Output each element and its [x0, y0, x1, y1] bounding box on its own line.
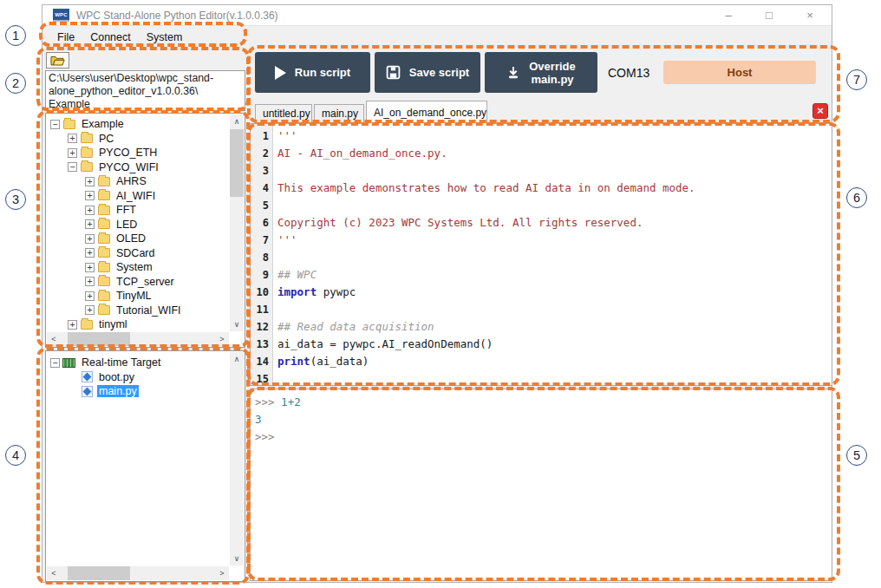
download-icon: [506, 65, 520, 80]
expander-plus-icon[interactable]: +: [85, 219, 95, 229]
expander-plus-icon[interactable]: +: [85, 305, 95, 315]
scroll-down-icon[interactable]: ∨: [230, 317, 244, 331]
tree-item-ahrs[interactable]: +AHRS: [46, 174, 245, 189]
tree-item-led[interactable]: +LED: [46, 218, 245, 232]
tree-item-sdcard[interactable]: +SDCard: [46, 246, 245, 261]
code-line: ''': [277, 232, 832, 249]
tree-item-tinyml[interactable]: +TinyML: [46, 289, 245, 304]
app-window: WPC WPC Stand-Alone Python Editor(v.1.0.…: [42, 4, 832, 583]
scrollbar-thumb[interactable]: [68, 566, 130, 580]
tab-ai_on_demand_once.py[interactable]: AI_on_demand_once.py: [366, 101, 487, 124]
line-number: 1: [251, 127, 272, 145]
line-number: 6: [251, 214, 272, 232]
folder-icon: [98, 305, 110, 315]
expander-plus-icon[interactable]: +: [68, 134, 77, 143]
host-mode-button[interactable]: Host: [663, 61, 816, 84]
tree-item-real-time target[interactable]: −Real-time Target: [46, 356, 245, 370]
expander-minus-icon[interactable]: −: [50, 120, 60, 129]
tree-item-example[interactable]: −Example: [46, 117, 245, 132]
file-tree-vertical-scrollbar[interactable]: ∧ ∨: [230, 114, 244, 331]
run-script-label: Run script: [295, 66, 350, 79]
scrollbar-thumb[interactable]: [68, 332, 130, 346]
file-tree-item-label: LED: [114, 219, 139, 231]
tree-item-boot.py[interactable]: boot.py: [46, 370, 245, 385]
expander-plus-icon[interactable]: +: [85, 206, 95, 215]
scroll-left-icon[interactable]: <: [47, 332, 61, 346]
folder-icon: [98, 263, 110, 272]
menu-item-connect[interactable]: Connect: [82, 29, 139, 46]
expander-plus-icon[interactable]: +: [68, 320, 77, 330]
expander-plus-icon[interactable]: +: [85, 277, 95, 286]
open-folder-icon: [50, 55, 65, 66]
file-tree-horizontal-scrollbar[interactable]: < >: [47, 332, 229, 346]
tree-item-tinyml[interactable]: +tinyml: [46, 317, 245, 332]
window-controls: – □ ×: [715, 6, 823, 25]
tree-item-pyco_eth[interactable]: +PYCO_ETH: [46, 146, 245, 160]
expander-plus-icon[interactable]: +: [85, 177, 95, 186]
tree-item-ai_wifi[interactable]: +AI_WIFI: [46, 189, 245, 204]
python-file-icon: [82, 386, 93, 397]
file-tree-panel: −Example+PC+PYCO_ETH−PYCO_WIFI+AHRS+AI_W…: [45, 113, 245, 348]
scrollbar-thumb[interactable]: [230, 129, 244, 197]
code-line: print(ai_data): [277, 353, 832, 370]
expander-plus-icon[interactable]: +: [85, 234, 95, 244]
scroll-right-icon[interactable]: >: [215, 332, 229, 346]
override-mainpy-button[interactable]: Override main.py: [485, 52, 597, 93]
minimize-button[interactable]: –: [715, 6, 741, 25]
code-line: ## WPC: [277, 266, 832, 284]
maximize-button[interactable]: □: [756, 6, 782, 25]
expander-plus-icon[interactable]: +: [85, 291, 95, 301]
folder-icon: [98, 219, 110, 229]
annotation-number-2: 2: [5, 73, 26, 94]
override-label: Override main.py: [529, 60, 575, 86]
code-line: Copyright (c) 2023 WPC Systems Ltd. All …: [277, 214, 832, 232]
scroll-up-icon[interactable]: ∧: [230, 352, 244, 366]
close-tab-button[interactable]: ×: [812, 103, 828, 119]
expander-minus-icon[interactable]: −: [50, 358, 60, 368]
run-script-button[interactable]: Run script: [255, 52, 370, 93]
tree-item-tcp_server[interactable]: +TCP_server: [46, 275, 245, 290]
python-console[interactable]: >>> 1+23>>>: [250, 389, 832, 581]
tab-main.py[interactable]: main.py: [314, 104, 364, 123]
save-script-button[interactable]: Save script: [375, 52, 480, 93]
target-item-label: boot.py: [97, 371, 136, 383]
tree-item-main.py[interactable]: main.py: [46, 384, 245, 399]
console-line: >>>: [255, 428, 832, 446]
code-line: ai_data = pywpc.AI_readOnDemand(): [277, 336, 832, 353]
tree-item-fft[interactable]: +FFT: [46, 203, 245, 218]
code-editor[interactable]: 123456789101112131415 '''AI - AI_on_dema…: [250, 123, 832, 386]
tree-item-oled[interactable]: +OLED: [46, 232, 245, 246]
scroll-down-icon[interactable]: ∨: [230, 552, 244, 565]
folder-icon: [98, 177, 110, 186]
tree-item-system[interactable]: +System: [46, 260, 245, 275]
code-line: [277, 249, 832, 266]
expander-minus-icon[interactable]: −: [68, 162, 77, 172]
annotation-number-5: 5: [846, 445, 867, 466]
tab-untitled.py[interactable]: untitled.py: [255, 104, 312, 123]
open-folder-button[interactable]: [46, 52, 69, 69]
close-button[interactable]: ×: [797, 6, 823, 25]
line-number: 5: [251, 197, 272, 214]
scroll-right-icon[interactable]: >: [215, 566, 229, 580]
expander-plus-icon[interactable]: +: [85, 248, 95, 258]
expander-plus-icon[interactable]: +: [85, 263, 95, 272]
tree-item-tutorial_wifi[interactable]: +Tutorial_WIFI: [46, 304, 245, 318]
scroll-left-icon[interactable]: <: [47, 566, 61, 580]
target-horizontal-scrollbar[interactable]: < >: [47, 566, 229, 580]
tree-item-pyco_wifi[interactable]: −PYCO_WIFI: [46, 160, 245, 175]
tree-item-pc[interactable]: +PC: [46, 132, 245, 147]
annotation-number-6: 6: [846, 187, 867, 208]
menu-item-system[interactable]: System: [139, 29, 191, 46]
target-vertical-scrollbar[interactable]: ∧ ∨: [230, 352, 244, 565]
expander-plus-icon[interactable]: +: [85, 191, 95, 200]
code-area[interactable]: '''AI - AI_on_demand_once.py. This examp…: [273, 124, 832, 385]
file-tree-item-label: PYCO_ETH: [97, 147, 159, 159]
code-line: import pywpc: [277, 284, 832, 301]
line-number: 4: [251, 180, 272, 197]
line-number: 3: [251, 162, 272, 180]
menu-item-file[interactable]: File: [49, 29, 82, 46]
annotation-number-7: 7: [846, 69, 867, 90]
expander-plus-icon[interactable]: +: [68, 148, 77, 158]
folder-icon: [98, 248, 110, 258]
scroll-up-icon[interactable]: ∧: [230, 114, 244, 128]
